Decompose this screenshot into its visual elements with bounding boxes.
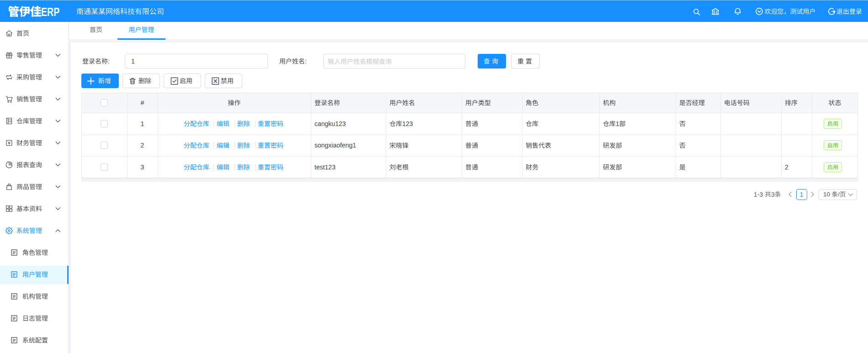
svg-text:3: 3: [771, 191, 775, 198]
svg-text::: :: [108, 58, 110, 65]
svg-text::: :: [305, 58, 307, 65]
svg-text:1-3: 1-3: [754, 191, 763, 198]
